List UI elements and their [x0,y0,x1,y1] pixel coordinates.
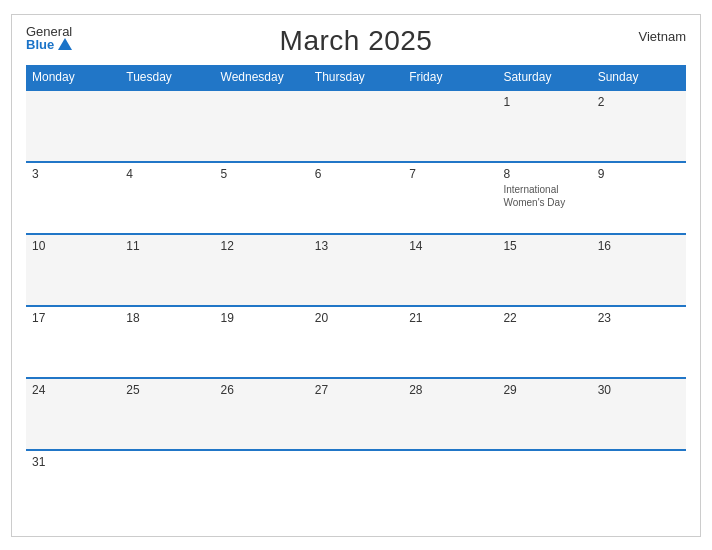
day-number: 15 [503,239,585,253]
calendar-week-row: 17181920212223 [26,306,686,378]
calendar-cell: 5 [215,162,309,234]
day-number: 3 [32,167,114,181]
day-number: 10 [32,239,114,253]
col-friday: Friday [403,65,497,90]
col-monday: Monday [26,65,120,90]
calendar-body: 12345678International Women's Day9101112… [26,90,686,522]
day-number: 18 [126,311,208,325]
calendar-container: General Blue March 2025 Vietnam Monday T… [11,14,701,537]
calendar-cell: 20 [309,306,403,378]
day-number: 5 [221,167,303,181]
logo-blue-text: Blue [26,38,54,51]
calendar-title: March 2025 [280,25,433,57]
calendar-cell: 29 [497,378,591,450]
day-number: 1 [503,95,585,109]
calendar-cell: 1 [497,90,591,162]
col-thursday: Thursday [309,65,403,90]
calendar-cell: 18 [120,306,214,378]
day-number: 31 [32,455,114,469]
calendar-cell: 31 [26,450,120,522]
calendar-cell: 26 [215,378,309,450]
day-number: 28 [409,383,491,397]
holiday-label: International Women's Day [503,183,585,209]
day-number: 26 [221,383,303,397]
day-number: 2 [598,95,680,109]
calendar-cell: 17 [26,306,120,378]
calendar-cell: 15 [497,234,591,306]
day-number: 25 [126,383,208,397]
calendar-cell: 24 [26,378,120,450]
col-saturday: Saturday [497,65,591,90]
calendar-cell: 8International Women's Day [497,162,591,234]
calendar-header: General Blue March 2025 Vietnam [26,25,686,57]
calendar-table: Monday Tuesday Wednesday Thursday Friday… [26,65,686,522]
day-number: 12 [221,239,303,253]
calendar-cell: 23 [592,306,686,378]
calendar-cell: 16 [592,234,686,306]
logo-triangle-icon [58,38,72,50]
calendar-cell: 13 [309,234,403,306]
calendar-week-row: 31 [26,450,686,522]
day-number: 8 [503,167,585,181]
day-number: 21 [409,311,491,325]
calendar-cell: 2 [592,90,686,162]
calendar-week-row: 10111213141516 [26,234,686,306]
day-number: 13 [315,239,397,253]
calendar-week-row: 345678International Women's Day9 [26,162,686,234]
calendar-cell: 3 [26,162,120,234]
calendar-cell [309,90,403,162]
day-number: 22 [503,311,585,325]
calendar-cell: 25 [120,378,214,450]
calendar-cell [215,450,309,522]
calendar-cell: 7 [403,162,497,234]
day-number: 16 [598,239,680,253]
logo-general-text: General [26,25,72,38]
calendar-cell [309,450,403,522]
day-number: 23 [598,311,680,325]
day-number: 7 [409,167,491,181]
calendar-cell: 12 [215,234,309,306]
calendar-cell: 22 [497,306,591,378]
day-number: 11 [126,239,208,253]
day-number: 9 [598,167,680,181]
weekday-header-row: Monday Tuesday Wednesday Thursday Friday… [26,65,686,90]
calendar-cell: 21 [403,306,497,378]
calendar-cell [403,450,497,522]
calendar-cell: 27 [309,378,403,450]
day-number: 6 [315,167,397,181]
col-tuesday: Tuesday [120,65,214,90]
calendar-cell: 6 [309,162,403,234]
day-number: 27 [315,383,397,397]
logo: General Blue [26,25,72,51]
country-label: Vietnam [639,29,686,44]
calendar-cell: 4 [120,162,214,234]
calendar-cell [592,450,686,522]
calendar-cell: 14 [403,234,497,306]
day-number: 17 [32,311,114,325]
col-wednesday: Wednesday [215,65,309,90]
calendar-cell [120,450,214,522]
calendar-cell: 11 [120,234,214,306]
calendar-cell [403,90,497,162]
col-sunday: Sunday [592,65,686,90]
calendar-thead: Monday Tuesday Wednesday Thursday Friday… [26,65,686,90]
calendar-cell: 10 [26,234,120,306]
calendar-week-row: 24252627282930 [26,378,686,450]
day-number: 20 [315,311,397,325]
calendar-week-row: 12 [26,90,686,162]
calendar-cell: 9 [592,162,686,234]
day-number: 29 [503,383,585,397]
calendar-cell: 30 [592,378,686,450]
calendar-cell [215,90,309,162]
calendar-cell [120,90,214,162]
calendar-cell: 19 [215,306,309,378]
day-number: 24 [32,383,114,397]
day-number: 19 [221,311,303,325]
day-number: 30 [598,383,680,397]
calendar-cell [497,450,591,522]
day-number: 4 [126,167,208,181]
day-number: 14 [409,239,491,253]
calendar-cell [26,90,120,162]
calendar-cell: 28 [403,378,497,450]
